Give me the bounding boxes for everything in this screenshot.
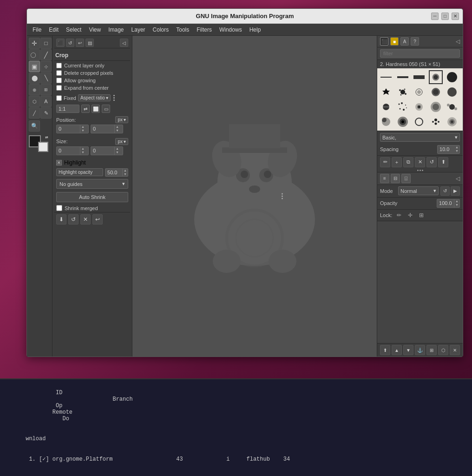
lock-paint-icon[interactable]: ✏ <box>395 211 403 219</box>
layer-up-button[interactable]: ▼ <box>403 345 413 355</box>
brush-cell-13[interactable] <box>412 100 426 114</box>
brush-category-dropdown[interactable]: Basic, ▾ <box>380 133 460 142</box>
size-w-input[interactable] <box>57 147 80 154</box>
expand-center-checkbox[interactable] <box>56 85 62 91</box>
brush-cell-20[interactable] <box>445 115 459 129</box>
pos-x-down[interactable]: ▼ <box>80 129 85 132</box>
brush-cell-17[interactable] <box>396 115 410 129</box>
highlight-x-btn[interactable]: ✕ <box>56 160 62 165</box>
minimize-button[interactable]: ─ <box>431 13 439 20</box>
canvas-side-menu[interactable] <box>281 192 284 200</box>
size-w-down[interactable]: ▼ <box>80 151 85 154</box>
tool-crop[interactable]: ▣ <box>29 61 40 72</box>
menu-colors[interactable]: Colors <box>149 26 173 34</box>
brush-duplicate-button[interactable]: ⧉ <box>403 157 413 167</box>
tool-lasso[interactable]: ⃝ <box>29 49 40 60</box>
menu-windows[interactable]: Windows <box>216 26 246 34</box>
tool-brush[interactable]: ╲ <box>40 73 52 84</box>
menu-tools[interactable]: Tools <box>172 26 193 34</box>
tool-measure[interactable]: ╱ <box>29 107 40 119</box>
spacing-up[interactable]: ▲ <box>454 145 459 149</box>
brush-cell-10[interactable] <box>445 85 459 99</box>
mode-reset-button[interactable]: ↺ <box>440 186 450 196</box>
auto-shrink-button[interactable]: Auto Shrink <box>56 192 128 202</box>
opacity-layer-down[interactable]: ▼ <box>454 203 459 207</box>
options-icon-reset[interactable]: ↺ <box>66 39 74 47</box>
fixed-row-menu[interactable] <box>112 94 116 102</box>
tool-paint-bucket[interactable]: ⬤ <box>29 73 40 84</box>
pos-y-input[interactable] <box>91 125 114 132</box>
layers-panel-collapse[interactable]: ◁ <box>456 175 460 182</box>
menu-layer[interactable]: Layer <box>128 26 149 34</box>
layer-merge-button[interactable]: ⊞ <box>426 345 437 355</box>
brush-cell-8[interactable] <box>412 85 426 99</box>
restore-defaults-button[interactable]: ↺ <box>68 214 79 225</box>
menu-help[interactable]: Help <box>246 26 265 34</box>
brush-cell-2[interactable] <box>396 70 410 84</box>
tool-perspective[interactable]: ⬡ <box>29 96 40 107</box>
brush-cell-16[interactable] <box>379 115 393 129</box>
allow-growing-checkbox[interactable] <box>56 78 62 83</box>
menu-edit[interactable]: Edit <box>45 26 62 34</box>
highlight-opacity-dropdown[interactable]: Highlight opacity <box>56 168 103 176</box>
brush-filter-input[interactable] <box>380 49 460 58</box>
tool-text-transform[interactable]: ⊹ <box>40 61 52 72</box>
ratio-landscape-button[interactable]: ▭ <box>102 105 110 113</box>
brush-cell-11[interactable] <box>379 100 393 114</box>
layers-tab-channels[interactable]: ⊟ <box>391 174 400 183</box>
size-unit-dropdown[interactable]: px ▾ <box>115 138 128 145</box>
brush-panel-ellipsis[interactable] <box>377 169 463 172</box>
size-h-down[interactable]: ▼ <box>115 151 120 154</box>
current-layer-checkbox[interactable] <box>56 63 62 68</box>
brush-delete-button[interactable]: ✕ <box>415 157 425 167</box>
brush-cell-19[interactable] <box>429 115 443 129</box>
menu-file[interactable]: File <box>29 26 45 34</box>
layers-tab-paths[interactable]: ⌺ <box>401 174 411 183</box>
brush-cell-12[interactable] <box>396 100 410 114</box>
pos-x-input[interactable] <box>57 125 80 132</box>
brush-cell-6[interactable] <box>379 85 393 99</box>
ratio-input[interactable] <box>56 105 79 113</box>
spacing-down[interactable]: ▼ <box>454 149 459 153</box>
panel-icon-help[interactable]: ? <box>411 37 419 46</box>
maximize-button[interactable]: □ <box>441 13 449 20</box>
brush-cell-14[interactable] <box>429 100 443 114</box>
brush-cell-1[interactable] <box>379 70 393 84</box>
mode-dropdown[interactable]: Normal ▾ <box>398 186 439 195</box>
ratio-portrait-button[interactable]: ⬜ <box>92 105 100 113</box>
pos-x-up[interactable]: ▲ <box>80 125 85 129</box>
options-icon-monitor[interactable]: ⬛ <box>56 39 65 47</box>
brush-new-button[interactable]: + <box>392 157 402 167</box>
size-w-up[interactable]: ▲ <box>80 147 85 151</box>
brush-cell-5[interactable] <box>445 70 459 84</box>
pos-y-down[interactable]: ▼ <box>115 129 120 132</box>
canvas-area[interactable] <box>132 36 377 357</box>
layer-duplicate-button[interactable]: ⬡ <box>438 345 448 355</box>
tool-flip[interactable]: A <box>40 96 52 107</box>
position-unit-dropdown[interactable]: px ▾ <box>115 116 128 123</box>
tool-zoom[interactable]: 🔍 <box>29 120 40 132</box>
no-guides-dropdown[interactable]: No guides ▾ <box>56 179 128 189</box>
brush-cell-15[interactable] <box>445 100 459 114</box>
delete-options-button[interactable]: ✕ <box>80 214 91 225</box>
tool-path[interactable]: ╱ <box>40 49 52 60</box>
reset-options-button[interactable]: ↩ <box>92 214 103 225</box>
brush-cell-18[interactable] <box>412 115 426 129</box>
swap-colors[interactable]: ⇄ <box>45 135 48 139</box>
layers-tab-list[interactable]: ≡ <box>380 174 389 183</box>
options-icon-back[interactable]: ↩ <box>76 39 84 47</box>
ratio-swap-button[interactable]: ⇄ <box>81 105 90 113</box>
shrink-merged-checkbox[interactable] <box>56 205 62 211</box>
tool-clone[interactable]: ⊕ <box>29 84 40 95</box>
opacity-layer-up[interactable]: ▲ <box>454 199 459 203</box>
menu-filters[interactable]: Filters <box>193 26 216 34</box>
highlight-opacity-down[interactable]: ▼ <box>123 172 128 176</box>
size-h-input[interactable] <box>91 147 114 154</box>
brush-cell-7[interactable] <box>396 85 410 99</box>
tool-move[interactable]: ✛ <box>29 38 40 49</box>
layer-delete-button[interactable]: ✕ <box>450 345 460 355</box>
lock-alpha-icon[interactable]: ⊞ <box>417 211 426 219</box>
menu-view[interactable]: View <box>85 26 105 34</box>
tool-rect-select[interactable]: □ <box>40 38 52 49</box>
highlight-opacity-up[interactable]: ▲ <box>123 169 128 172</box>
